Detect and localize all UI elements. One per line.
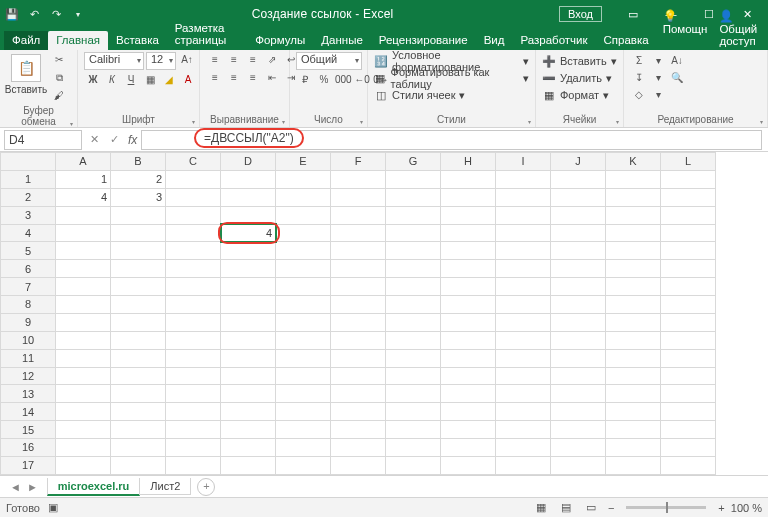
- cell[interactable]: [606, 188, 661, 206]
- cell[interactable]: [276, 403, 331, 421]
- cell[interactable]: [606, 439, 661, 457]
- cell[interactable]: 4: [221, 224, 276, 242]
- align-center-icon[interactable]: ≡: [225, 70, 243, 86]
- cell[interactable]: [386, 456, 441, 474]
- format-as-table-button[interactable]: ▦Форматировать как таблицу ▾: [374, 70, 529, 86]
- cell[interactable]: [386, 313, 441, 331]
- cell[interactable]: [276, 206, 331, 224]
- cell[interactable]: [331, 296, 386, 314]
- cell[interactable]: [606, 170, 661, 188]
- view-pagelayout-icon[interactable]: ▤: [555, 501, 577, 514]
- cell[interactable]: [551, 206, 606, 224]
- cell[interactable]: [496, 278, 551, 296]
- col-header[interactable]: H: [441, 153, 496, 171]
- cell[interactable]: [276, 367, 331, 385]
- cell[interactable]: 1: [56, 170, 111, 188]
- cell[interactable]: [331, 170, 386, 188]
- row-header[interactable]: 8: [1, 296, 56, 314]
- cell[interactable]: [606, 206, 661, 224]
- cell[interactable]: [496, 296, 551, 314]
- cell[interactable]: [276, 188, 331, 206]
- find-icon[interactable]: 🔍: [668, 70, 686, 86]
- cell[interactable]: [551, 367, 606, 385]
- cell[interactable]: [331, 260, 386, 278]
- cell[interactable]: [276, 421, 331, 439]
- sort-filter-icon[interactable]: A↓: [668, 53, 686, 69]
- cell[interactable]: [221, 367, 276, 385]
- cell[interactable]: [221, 206, 276, 224]
- cell[interactable]: [661, 403, 716, 421]
- cell[interactable]: [606, 349, 661, 367]
- cell[interactable]: [166, 403, 221, 421]
- cell[interactable]: [111, 260, 166, 278]
- cell[interactable]: [441, 439, 496, 457]
- cell[interactable]: [661, 296, 716, 314]
- tab-file[interactable]: Файл: [4, 31, 48, 50]
- cell[interactable]: [551, 421, 606, 439]
- cell[interactable]: [276, 456, 331, 474]
- cell[interactable]: [441, 224, 496, 242]
- save-icon[interactable]: 💾: [4, 6, 20, 22]
- row-header[interactable]: 12: [1, 367, 56, 385]
- tab-review[interactable]: Рецензирование: [371, 31, 476, 50]
- cell[interactable]: [386, 206, 441, 224]
- cell[interactable]: [496, 170, 551, 188]
- ribbon-display-icon[interactable]: ▭: [616, 4, 650, 24]
- align-middle-icon[interactable]: ≡: [225, 52, 243, 68]
- cell[interactable]: [166, 313, 221, 331]
- cell[interactable]: [331, 349, 386, 367]
- cell[interactable]: [111, 224, 166, 242]
- cell[interactable]: [496, 260, 551, 278]
- cell[interactable]: [441, 367, 496, 385]
- cell[interactable]: [496, 242, 551, 260]
- row-header[interactable]: 6: [1, 260, 56, 278]
- cell[interactable]: [221, 242, 276, 260]
- cell[interactable]: [496, 313, 551, 331]
- cell[interactable]: [331, 385, 386, 403]
- cell[interactable]: [166, 456, 221, 474]
- cell[interactable]: [221, 170, 276, 188]
- add-sheet-button[interactable]: +: [197, 478, 215, 496]
- cell[interactable]: [661, 170, 716, 188]
- bold-button[interactable]: Ж: [84, 72, 102, 88]
- cell[interactable]: [56, 331, 111, 349]
- tab-formulas[interactable]: Формулы: [247, 31, 313, 50]
- cell[interactable]: [551, 403, 606, 421]
- cell[interactable]: [661, 421, 716, 439]
- cell[interactable]: [496, 421, 551, 439]
- worksheet-grid[interactable]: ABCDEFGHIJKL1122433445678910111213141516…: [0, 152, 768, 475]
- sheet-tab[interactable]: microexcel.ru: [47, 478, 141, 496]
- cell[interactable]: [441, 403, 496, 421]
- cell[interactable]: [331, 439, 386, 457]
- cell[interactable]: [111, 331, 166, 349]
- cell[interactable]: [166, 188, 221, 206]
- cell[interactable]: [441, 313, 496, 331]
- tell-me[interactable]: 💡 Помощн: [657, 6, 714, 50]
- cell[interactable]: [111, 206, 166, 224]
- cell[interactable]: [56, 260, 111, 278]
- cell[interactable]: [331, 331, 386, 349]
- font-color-icon[interactable]: A: [179, 72, 197, 88]
- col-header[interactable]: F: [331, 153, 386, 171]
- col-header[interactable]: I: [496, 153, 551, 171]
- cell[interactable]: [111, 456, 166, 474]
- cell[interactable]: [331, 456, 386, 474]
- row-header[interactable]: 14: [1, 403, 56, 421]
- cell[interactable]: [606, 331, 661, 349]
- cell[interactable]: [441, 456, 496, 474]
- cell[interactable]: [166, 242, 221, 260]
- cell[interactable]: [551, 349, 606, 367]
- autosum-icon[interactable]: Σ: [630, 53, 648, 69]
- cell-styles-button[interactable]: ◫Стили ячеек ▾: [374, 87, 465, 103]
- cell[interactable]: [496, 403, 551, 421]
- delete-cells-button[interactable]: ➖Удалить ▾: [542, 70, 612, 86]
- cell[interactable]: [551, 278, 606, 296]
- cell[interactable]: [331, 206, 386, 224]
- cell[interactable]: [661, 439, 716, 457]
- cell[interactable]: [276, 242, 331, 260]
- cell[interactable]: [56, 367, 111, 385]
- cell[interactable]: [221, 421, 276, 439]
- orientation-icon[interactable]: ⇗: [263, 52, 281, 68]
- grow-font-icon[interactable]: A↑: [178, 52, 196, 68]
- undo-icon[interactable]: ↶: [26, 6, 42, 22]
